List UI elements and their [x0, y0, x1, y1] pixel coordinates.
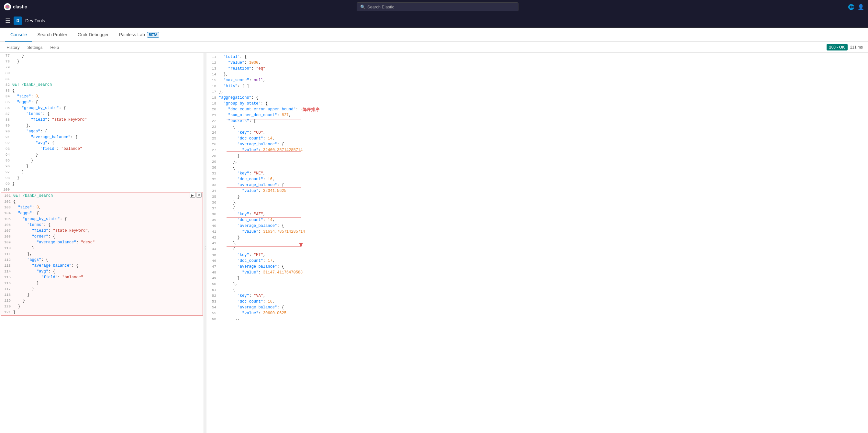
resp-line-content: {: [219, 165, 868, 171]
resp-line-content: "relation": "eq": [219, 66, 868, 71]
globe-icon[interactable]: 🌐: [848, 4, 855, 10]
editor-panel: 77 }78 }79 80 81 82GET /bank/_search83{8…: [0, 53, 204, 433]
history-button[interactable]: History: [5, 44, 21, 51]
tab-console[interactable]: Console: [5, 28, 32, 42]
line-content: }: [12, 163, 204, 169]
line-content: }: [12, 152, 204, 158]
tab-painless-lab[interactable]: Painless Lab BETA: [114, 28, 165, 42]
resp-line-content: "key": "MT",: [219, 252, 868, 258]
line-number: 94: [0, 152, 12, 158]
resp-line-number: 53: [207, 299, 219, 305]
editor-line-highlighted: 104 "aggs": {: [1, 210, 203, 216]
resp-line-number: 37: [207, 206, 219, 211]
editor-line-highlighted: 109 "average_balance": "desc": [1, 240, 203, 245]
help-button[interactable]: Help: [49, 44, 60, 51]
response-line: 21 "sum_other_doc_count": 827,: [207, 112, 868, 118]
line-content: }: [12, 175, 204, 181]
settings-button[interactable]: Settings: [26, 44, 44, 51]
line-content: [12, 70, 204, 76]
resp-line-content: {: [219, 206, 868, 211]
line-content: }: [12, 59, 204, 64]
line-number: 81: [0, 76, 12, 82]
line-number: 109: [1, 240, 13, 245]
response-panel[interactable]: 11 "total": {12 "value": 1000,13 "relati…: [207, 53, 868, 433]
response-line: 32 "doc_count": 16,: [207, 176, 868, 182]
line-content: }: [13, 304, 203, 309]
resp-line-number: 55: [207, 310, 219, 316]
elastic-logo[interactable]: elastic: [4, 3, 27, 10]
line-content: }: [13, 245, 203, 251]
editor-content[interactable]: 77 }78 }79 80 81 82GET /bank/_search83{8…: [0, 53, 204, 433]
response-line: 19 "group_by_state": {: [207, 101, 868, 106]
tab-search-profiler[interactable]: Search Profiler: [32, 28, 72, 42]
line-number: 98: [0, 175, 12, 181]
resp-line-number: 45: [207, 252, 219, 258]
resp-line-content: "doc_count": 14,: [219, 135, 868, 142]
editor-line-highlighted: 113 "average_balance": {: [1, 263, 203, 269]
editor-line-highlighted: 118 }: [1, 292, 203, 298]
line-number: 107: [1, 228, 13, 234]
status-ok: 200 - OK: [827, 44, 847, 51]
line-number: 110: [1, 245, 13, 251]
response-line: 54 "average_balance": {: [207, 305, 868, 310]
line-content: },: [13, 251, 203, 257]
line-content: },: [12, 123, 204, 128]
resp-line-number: 51: [207, 287, 219, 293]
response-line: 22 "buckets": [: [207, 118, 868, 124]
resp-line-number: 20: [207, 106, 219, 112]
copy-button[interactable]: ⧉: [196, 192, 202, 198]
hamburger-button[interactable]: ☰: [5, 17, 10, 24]
editor-line: 98 }: [0, 175, 204, 181]
line-number: 116: [1, 280, 13, 286]
line-content: "group_by_state": {: [12, 105, 204, 111]
editor-line-highlighted: 105 "group_by_state": {: [1, 216, 203, 222]
response-line: 53 "doc_count": 16,: [207, 299, 868, 305]
editor-line-highlighted: 103 "size": 0,: [1, 205, 203, 210]
resp-line-content: {: [219, 246, 868, 252]
line-content: }: [12, 169, 204, 175]
resp-line-content: }: [219, 275, 868, 281]
highlighted-code-block: 101GET /bank/_search102{103 "size": 0,10…: [1, 192, 203, 315]
tab-grok-debugger[interactable]: Grok Debugger: [72, 28, 114, 42]
editor-line: 88 "field": "state.keyword": [0, 117, 204, 123]
editor-line-highlighted: 115 "field": "balance": [1, 274, 203, 280]
top-bar-right: 🌐 👤: [848, 4, 864, 10]
response-line: 15 "max_score": null,: [207, 78, 868, 83]
editor-line-highlighted: 120 }: [1, 304, 203, 309]
user-icon[interactable]: 👤: [858, 4, 864, 10]
panel-resizer[interactable]: ⋮: [204, 53, 207, 433]
global-search-bar[interactable]: 🔍 Search Elastic: [356, 2, 519, 11]
resp-line-content: "average_balance": {: [219, 264, 868, 270]
resp-line-content: "total": {: [219, 54, 868, 60]
line-number: 80: [0, 70, 12, 76]
resp-line-number: 26: [207, 142, 219, 147]
resp-line-number: 42: [207, 235, 219, 241]
run-button[interactable]: ▶: [190, 192, 195, 198]
resp-line-content: }: [219, 235, 868, 241]
response-line: 47 "average_balance": {: [207, 264, 868, 270]
editor-line: 87 "terms": {: [0, 111, 204, 117]
editor-line-highlighted: 107 "field": "state.keyword",: [1, 228, 203, 234]
line-number: 89: [0, 123, 12, 128]
response-line: 18"aggregations": {: [207, 95, 868, 101]
response-line: 12 "value": 1000,: [207, 60, 868, 66]
line-content: [12, 76, 204, 82]
line-number: 87: [0, 111, 12, 117]
response-line: 43 },: [207, 241, 868, 246]
resp-line-number: 23: [207, 124, 219, 130]
resp-line-content: "value": 1000,: [219, 60, 868, 66]
editor-line: 100: [0, 187, 204, 192]
line-number: 86: [0, 105, 12, 111]
resp-line-content: },: [219, 241, 868, 246]
resp-line-content: "average_balance": {: [219, 223, 868, 229]
response-line: 33 "average_balance": {: [207, 182, 868, 188]
line-number: 104: [1, 210, 13, 216]
response-line: 24 "key": "CO",: [207, 130, 868, 135]
editor-line-highlighted: 111 },: [1, 251, 203, 257]
line-content: "field": "balance": [12, 146, 204, 152]
highlighted-block-wrapper: 101GET /bank/_search102{103 "size": 0,10…: [0, 192, 204, 315]
block-action-buttons: ▶ ⧉: [190, 192, 202, 198]
line-number: 96: [0, 163, 12, 169]
resp-line-number: 44: [207, 246, 219, 252]
resp-line-content: "doc_count": 17,: [219, 258, 868, 264]
